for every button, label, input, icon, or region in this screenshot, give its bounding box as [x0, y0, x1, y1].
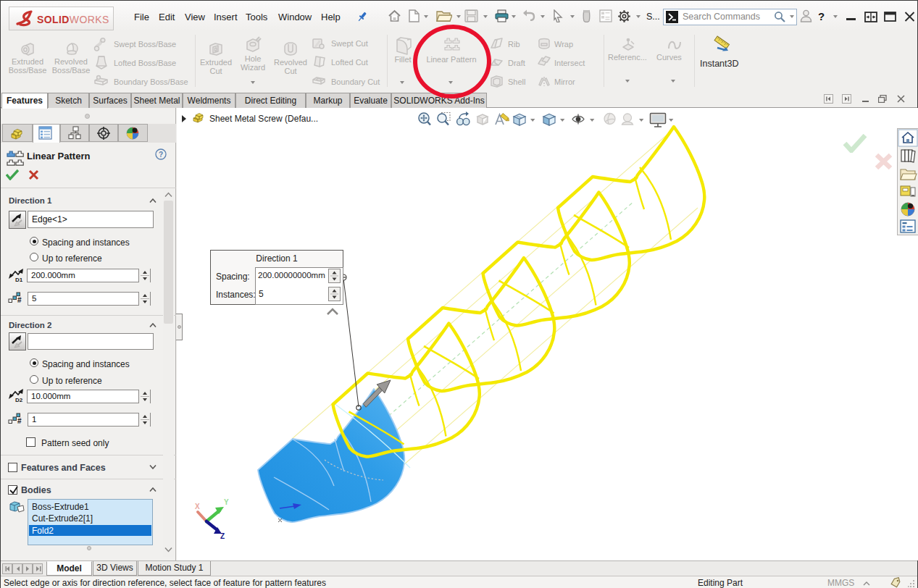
- svg-text:D1: D1: [15, 277, 23, 282]
- svg-text:SOLIDWORKS: SOLIDWORKS: [37, 14, 109, 25]
- svg-text:D2: D2: [15, 397, 23, 403]
- svg-text:#: #: [17, 296, 22, 304]
- svg-text:X: X: [195, 503, 200, 511]
- svg-text:Y: Y: [224, 498, 229, 506]
- svg-text:Z: Z: [220, 532, 225, 540]
- svg-text:?: ?: [159, 151, 163, 159]
- svg-text:#: #: [17, 417, 22, 425]
